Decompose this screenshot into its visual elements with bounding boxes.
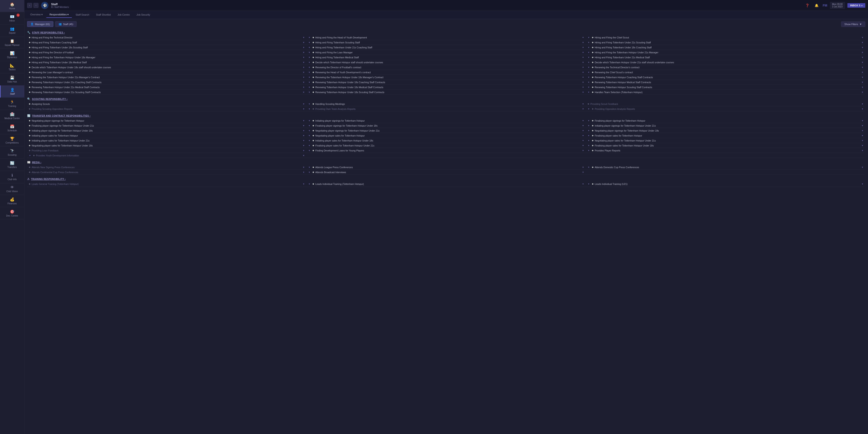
sidebar-item-club-info[interactable]: ℹ Club Info — [0, 171, 24, 183]
collapse-button[interactable]: ▼ — [308, 61, 310, 64]
tab-job-centre[interactable]: Job Centre — [114, 12, 133, 18]
collapse-button[interactable]: ▼ — [588, 149, 590, 152]
collapse-button[interactable]: ▼ — [308, 140, 310, 142]
collapse-button[interactable]: ▼ — [308, 91, 310, 93]
collapse-button[interactable]: ▼ — [588, 91, 590, 93]
collapse-button[interactable]: ▼ — [308, 125, 310, 127]
collapse-button[interactable]: ▼ — [588, 108, 590, 110]
collapse-right-button[interactable]: ▼ — [303, 183, 305, 185]
expand-button[interactable]: ▼ — [582, 108, 584, 110]
collapse-right-button[interactable]: ▼ — [303, 108, 305, 110]
collapse-right-button[interactable]: ▼ — [862, 71, 864, 73]
expand-button[interactable]: ▼ — [582, 41, 584, 43]
sidebar-item-data-hub[interactable]: 💾 Data Hub — [0, 73, 24, 86]
expand-button[interactable]: ▼ — [582, 71, 584, 73]
collapse-button[interactable]: ▼ — [588, 61, 590, 64]
show-filters-button[interactable]: Show Filters ▼ — [841, 22, 865, 27]
expand-button[interactable]: ▼ — [582, 76, 584, 79]
collapse-right-button[interactable]: ▼ — [862, 129, 864, 132]
expand-button[interactable]: ▼ — [582, 103, 584, 105]
collapse-button[interactable]: ▼ — [588, 134, 590, 137]
expand-button[interactable]: ▼ — [582, 166, 584, 168]
collapse-button[interactable]: ▼ — [308, 108, 310, 110]
expand-button[interactable]: ▼ — [582, 46, 584, 49]
inbox-button[interactable]: INBOX 5 » — [847, 3, 865, 8]
collapse-right-button[interactable]: ▼ — [303, 149, 305, 152]
sidebar-item-finances[interactable]: 💰 Finances — [0, 195, 24, 207]
expand-button[interactable]: ▼ — [582, 171, 584, 174]
collapse-right-button[interactable]: ▼ — [303, 66, 305, 68]
collapse-right-button[interactable]: ▼ — [303, 140, 305, 142]
sidebar-item-dev-centre[interactable]: 🎯 Dev. Centre — [0, 207, 24, 219]
tab-job-security[interactable]: Job Security — [133, 12, 153, 18]
sidebar-item-tactics[interactable]: 📐 Tactics — [0, 61, 24, 73]
collapse-right-button[interactable]: ▼ — [303, 134, 305, 137]
collapse-button[interactable]: ▼ — [588, 66, 590, 68]
collapse-button[interactable]: ▼ — [588, 120, 590, 122]
collapse-right-button[interactable]: ▼ — [862, 46, 864, 49]
expand-button[interactable]: ▼ — [582, 56, 584, 59]
collapse-button[interactable]: ▼ — [308, 41, 310, 43]
sidebar-item-training[interactable]: 🏃 Training — [0, 98, 24, 110]
collapse-right-button[interactable]: ▼ — [862, 51, 864, 54]
collapse-button[interactable]: ▼ — [588, 41, 590, 43]
filter-staff-button[interactable]: 👥 Staff (45) — [55, 21, 76, 27]
collapse-right-button[interactable]: ▼ — [303, 129, 305, 132]
collapse-right-button[interactable]: ▼ — [303, 61, 305, 64]
collapse-right-button[interactable]: ▼ — [862, 36, 864, 39]
collapse-right-button[interactable]: ▼ — [862, 108, 864, 110]
tab-responsibilities[interactable]: Responsibilities ▾ — [46, 12, 72, 18]
collapse-right-button[interactable]: ▼ — [862, 134, 864, 137]
collapse-button[interactable]: ▼ — [308, 46, 310, 49]
collapse-right-button[interactable]: ▼ — [303, 91, 305, 93]
collapse-button[interactable]: ▼ — [588, 46, 590, 49]
expand-button[interactable]: ▼ — [582, 145, 584, 147]
sidebar-item-competitions[interactable]: 🏆 Competitions — [0, 134, 24, 147]
section-header-transfer-contract-responsibilities[interactable]: 🔄 TRANSFER AND CONTRACT RESPONSIBILITIES… — [27, 113, 865, 118]
filter-manager-button[interactable]: 👤 Manager (61) — [27, 21, 53, 27]
collapse-button[interactable]: ▼ — [308, 81, 310, 84]
collapse-right-button[interactable]: ▼ — [303, 36, 305, 39]
collapse-button[interactable]: ▼ — [29, 154, 31, 157]
collapse-right-button[interactable]: ▼ — [303, 71, 305, 73]
collapse-button[interactable]: ▼ — [588, 129, 590, 132]
sidebar-item-inbox[interactable]: 📧 Inbox — [0, 12, 24, 24]
collapse-right-button[interactable]: ▼ — [862, 76, 864, 79]
expand-button[interactable]: ▼ — [582, 183, 584, 185]
collapse-button[interactable]: ▼ — [588, 125, 590, 127]
collapse-button[interactable]: ▼ — [308, 51, 310, 54]
forward-button[interactable]: › — [33, 3, 38, 8]
collapse-button[interactable]: ▼ — [308, 36, 310, 39]
expand-button[interactable]: ▼ — [582, 120, 584, 122]
collapse-button[interactable]: ▼ — [308, 76, 310, 79]
tab-staff-shortlist[interactable]: Staff Shortlist — [93, 12, 114, 18]
expand-button[interactable]: ▼ — [582, 140, 584, 142]
collapse-right-button[interactable]: ▼ — [303, 56, 305, 59]
sidebar-item-schedule[interactable]: 📅 Schedule — [0, 122, 24, 134]
expand-button[interactable]: ▼ — [582, 86, 584, 88]
notification-icon[interactable]: 🔔 — [813, 3, 820, 8]
collapse-right-button[interactable]: ▼ — [303, 103, 305, 105]
expand-button[interactable]: ▼ — [582, 66, 584, 68]
collapse-button[interactable]: ▼ — [588, 36, 590, 39]
expand-button[interactable]: ▼ — [582, 125, 584, 127]
collapse-button[interactable]: ▼ — [588, 56, 590, 59]
collapse-button[interactable]: ▼ — [308, 86, 310, 88]
collapse-button[interactable]: ▼ — [588, 183, 590, 185]
collapse-button[interactable]: ▼ — [588, 86, 590, 88]
sidebar-item-club-vision[interactable]: 👁 Club Vision — [0, 183, 24, 195]
expand-button[interactable]: ▼ — [582, 36, 584, 39]
collapse-right-button[interactable]: ▼ — [862, 56, 864, 59]
collapse-button[interactable]: ▼ — [308, 166, 310, 168]
collapse-button[interactable]: ▼ — [308, 66, 310, 68]
collapse-right-button[interactable]: ▼ — [303, 166, 305, 168]
section-header-training-responsibility[interactable]: ⚠ TRAINING RESPONSIBILITY › — [27, 176, 865, 182]
collapse-button[interactable]: ▼ — [308, 103, 310, 105]
collapse-button[interactable]: ▼ — [308, 183, 310, 185]
collapse-right-button[interactable]: ▼ — [862, 103, 864, 105]
sidebar-item-scouting[interactable]: 🔭 Scouting — [0, 147, 24, 159]
section-header-media[interactable]: 📰 MEDIA › — [27, 159, 865, 165]
collapse-button[interactable]: ▼ — [308, 129, 310, 132]
collapse-button[interactable]: ▼ — [588, 51, 590, 54]
sidebar-item-transfers[interactable]: 🔄 Transfers — [0, 159, 24, 171]
